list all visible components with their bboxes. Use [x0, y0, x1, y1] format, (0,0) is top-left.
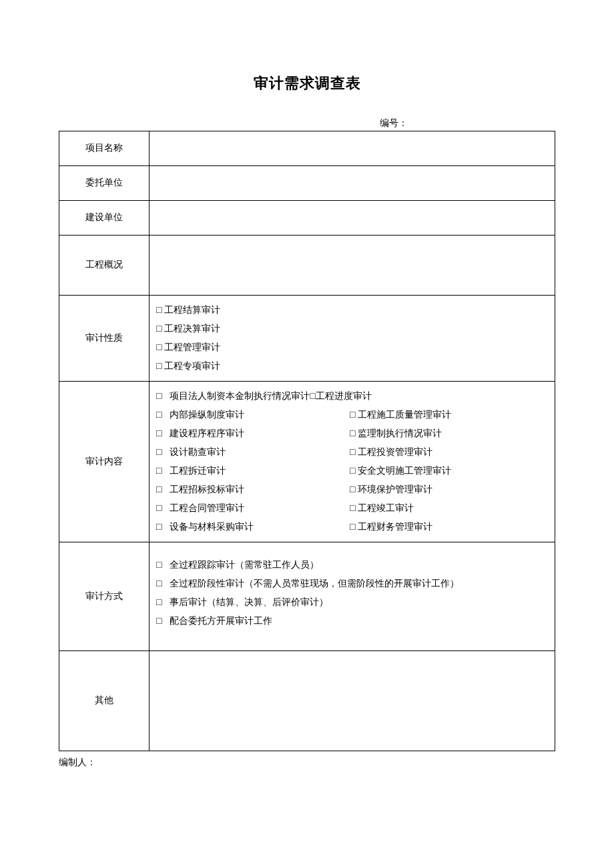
survey-table: 项目名称 委托单位 建设单位 工程概况 审计性质 工程结算审计 工程决算审计 工…: [59, 131, 555, 751]
checkbox-item[interactable]: 工程管理审计: [156, 338, 548, 357]
value-project-overview[interactable]: [149, 236, 555, 296]
checkbox-label: 工程结算审计: [164, 305, 220, 315]
checkbox-item[interactable]: 配合委托方开展审计工作: [156, 612, 548, 630]
checkbox-label: 设备与材料采购审计: [170, 522, 254, 532]
checkbox-item[interactable]: 内部操纵制度审计: [156, 406, 350, 424]
checkbox-label: 工程决算审计: [164, 324, 220, 334]
table-row: 建设单位: [59, 201, 555, 236]
checkbox-icon: [156, 447, 170, 457]
table-row: 审计内容 项目法人制资本金制执行情况审计□工程进度审计 内部操纵制度审计 建设程…: [59, 382, 555, 542]
checkbox-item[interactable]: 项目法人制资本金制执行情况审计□工程进度审计: [156, 387, 548, 406]
checkbox-icon: [350, 484, 358, 494]
label-audit-content: 审计内容: [59, 382, 149, 542]
checkbox-icon: [156, 616, 170, 626]
checkbox-label: 内部操纵制度审计: [170, 410, 244, 420]
table-row: 审计性质 工程结算审计 工程决算审计 工程管理审计 工程专项审计: [59, 296, 555, 382]
checkbox-item[interactable]: 工程施工质量管理审计: [350, 406, 548, 424]
value-project-name[interactable]: [149, 131, 555, 166]
checkbox-label: 项目法人制资本金制执行情况审计□工程进度审计: [170, 391, 371, 401]
checkbox-icon: [156, 522, 170, 532]
value-audit-nature: 工程结算审计 工程决算审计 工程管理审计 工程专项审计: [149, 296, 555, 382]
checkbox-item[interactable]: 工程拆迁审计: [156, 462, 350, 480]
checkbox-item[interactable]: 全过程阶段性审计（不需人员常驻现场，但需阶段性的开展审计工作）: [156, 574, 548, 593]
checkbox-icon: [350, 522, 358, 532]
checkbox-icon: [156, 466, 170, 476]
checkbox-item[interactable]: 安全文明施工管理审计: [350, 462, 548, 480]
checkbox-item[interactable]: 监理制执行情况审计: [350, 424, 548, 443]
checkbox-label: 全过程跟踪审计（需常驻工作人员）: [170, 560, 319, 570]
checkbox-label: 工程财务管理审计: [358, 522, 432, 532]
checkbox-item[interactable]: 设备与材料采购审计: [156, 518, 350, 536]
checkbox-item[interactable]: 工程竣工审计: [350, 499, 548, 518]
value-client-unit[interactable]: [149, 166, 555, 201]
table-row: 项目名称: [59, 131, 555, 166]
checkbox-icon: [156, 484, 170, 494]
checkbox-label: 工程招标投标审计: [170, 484, 244, 494]
label-construction-unit: 建设单位: [59, 201, 149, 236]
value-construction-unit[interactable]: [149, 201, 555, 236]
checkbox-icon: [350, 410, 358, 420]
checkbox-icon: [156, 324, 164, 334]
footer-compiler: 编制人：: [59, 757, 555, 769]
checkbox-label: 工程专项审计: [164, 361, 220, 371]
checkbox-label: 建设程序程序审计: [170, 428, 244, 438]
checkbox-item[interactable]: 设计勘查审计: [156, 443, 350, 462]
checkbox-label: 设计勘查审计: [170, 447, 226, 457]
checkbox-label: 监理制执行情况审计: [358, 428, 442, 438]
serial-label: 编号：: [59, 117, 555, 129]
checkbox-icon: [350, 447, 358, 457]
checkbox-item[interactable]: 工程财务管理审计: [350, 518, 548, 536]
checkbox-item[interactable]: 工程合同管理审计: [156, 499, 350, 518]
checkbox-label: 工程投资管理审计: [358, 447, 432, 457]
checkbox-icon: [156, 342, 164, 352]
value-audit-content: 项目法人制资本金制执行情况审计□工程进度审计 内部操纵制度审计 建设程序程序审计…: [149, 382, 555, 542]
checkbox-item[interactable]: 工程专项审计: [156, 357, 548, 376]
value-other[interactable]: [149, 651, 555, 751]
checkbox-item[interactable]: 工程招标投标审计: [156, 480, 350, 499]
checkbox-icon: [156, 410, 170, 420]
checkbox-icon: [156, 361, 164, 371]
table-row: 其他: [59, 651, 555, 751]
checkbox-label: 工程合同管理审计: [170, 503, 244, 513]
checkbox-item[interactable]: 全过程跟踪审计（需常驻工作人员）: [156, 556, 548, 574]
checkbox-label: 工程管理审计: [164, 342, 220, 352]
checkbox-icon: [156, 428, 170, 438]
table-row: 审计方式 全过程跟踪审计（需常驻工作人员） 全过程阶段性审计（不需人员常驻现场，…: [59, 542, 555, 651]
value-audit-method: 全过程跟踪审计（需常驻工作人员） 全过程阶段性审计（不需人员常驻现场，但需阶段性…: [149, 542, 555, 651]
checkbox-icon: [350, 428, 358, 438]
checkbox-label: 配合委托方开展审计工作: [170, 616, 272, 626]
checkbox-label: 全过程阶段性审计（不需人员常驻现场，但需阶段性的开展审计工作）: [170, 578, 459, 588]
checkbox-item[interactable]: 工程结算审计: [156, 301, 548, 320]
checkbox-item[interactable]: 工程决算审计: [156, 320, 548, 338]
table-row: 委托单位: [59, 166, 555, 201]
checkbox-label: 工程拆迁审计: [170, 466, 226, 476]
label-project-name: 项目名称: [59, 131, 149, 166]
label-audit-nature: 审计性质: [59, 296, 149, 382]
table-row: 工程概况: [59, 236, 555, 296]
checkbox-label: 事后审计（结算、决算、后评价审计）: [170, 597, 328, 607]
label-other: 其他: [59, 651, 149, 751]
checkbox-label: 环境保护管理审计: [358, 484, 432, 494]
checkbox-icon: [156, 391, 170, 401]
checkbox-icon: [350, 466, 358, 476]
checkbox-icon: [156, 560, 170, 570]
checkbox-item[interactable]: 环境保护管理审计: [350, 480, 548, 499]
checkbox-icon: [156, 578, 170, 588]
checkbox-label: 工程竣工审计: [358, 503, 414, 513]
checkbox-label: 工程施工质量管理审计: [358, 410, 451, 420]
label-audit-method: 审计方式: [59, 542, 149, 651]
checkbox-icon: [156, 597, 170, 607]
checkbox-item[interactable]: 事后审计（结算、决算、后评价审计）: [156, 593, 548, 612]
checkbox-icon: [350, 503, 358, 513]
checkbox-label: 安全文明施工管理审计: [358, 466, 451, 476]
checkbox-item[interactable]: 工程投资管理审计: [350, 443, 548, 462]
checkbox-item[interactable]: 建设程序程序审计: [156, 424, 350, 443]
checkbox-icon: [156, 503, 170, 513]
page-title: 审计需求调查表: [59, 73, 555, 93]
checkbox-icon: [156, 305, 164, 315]
label-project-overview: 工程概况: [59, 236, 149, 296]
label-client-unit: 委托单位: [59, 166, 149, 201]
